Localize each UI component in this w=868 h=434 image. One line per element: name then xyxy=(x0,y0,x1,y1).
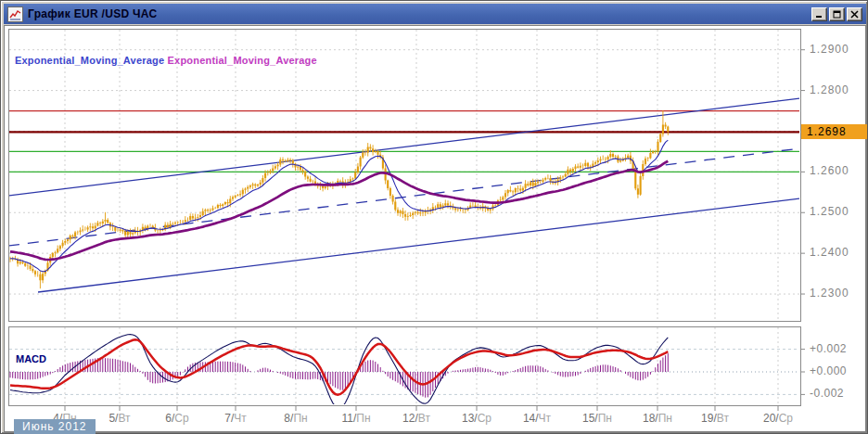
price-tick-label: 1.2800 xyxy=(810,83,849,96)
ema-legend-2: Exponential_Moving_Average xyxy=(168,55,317,66)
date-tick-label: 6/Ср xyxy=(165,412,188,425)
maximize-button[interactable] xyxy=(829,7,845,21)
date-tick-label: 13/Ср xyxy=(462,412,491,425)
date-tick-label: 18/Пн xyxy=(643,412,672,425)
maximize-icon xyxy=(833,10,841,19)
date-tick-label: 15/Пн xyxy=(582,412,612,425)
macd-value-axis: +0.002+0.000-0.002 xyxy=(804,326,867,412)
date-tick-label: 19/Вт xyxy=(701,412,729,425)
ema-legend-1: Exponential_Moving_Average xyxy=(15,55,164,66)
date-tick-label: 20/Ср xyxy=(763,412,793,425)
chart-app-icon-glyph xyxy=(9,8,21,20)
price-tick-label: 1.2300 xyxy=(810,287,849,300)
macd-tick-label: +0.000 xyxy=(810,364,847,377)
price-tick-label: 1.2400 xyxy=(810,246,849,259)
date-axis: 4/Пн5/Вт6/Ср7/Чт8/Пн11/Пн12/Вт13/Ср14/Чт… xyxy=(8,412,806,427)
macd-tick-label: -0.002 xyxy=(810,387,844,400)
channel-median xyxy=(8,148,800,246)
chart-app-icon xyxy=(7,6,23,22)
close-icon xyxy=(850,10,859,19)
main-price-chart[interactable] xyxy=(8,29,806,322)
price-axis: 1.29001.28001.26001.25001.24001.2300 xyxy=(804,29,867,322)
window-title: График EUR /USD ЧАС xyxy=(28,7,811,20)
ema-fast-line xyxy=(10,140,668,272)
minimize-icon xyxy=(815,10,823,19)
indicator-legend: Exponential_Moving_Average Exponential_M… xyxy=(15,55,317,66)
date-tick-label: 12/Вт xyxy=(402,412,430,425)
close-button[interactable] xyxy=(847,7,862,21)
chart-window: График EUR /USD ЧАС Exponential_Moving_A… xyxy=(0,0,868,434)
macd-tick-label: +0.002 xyxy=(810,342,847,355)
month-label: Июнь 2012 xyxy=(14,419,96,434)
date-tick-label: 5/Вт xyxy=(108,412,130,425)
macd-indicator-chart[interactable] xyxy=(8,326,806,412)
price-tick-label: 1.2600 xyxy=(810,164,849,177)
price-tick-label: 1.2900 xyxy=(810,43,849,56)
window-controls xyxy=(811,7,862,21)
macd-signal-line xyxy=(10,339,668,395)
main-gridlines xyxy=(9,30,799,320)
date-tick-label: 11/Пн xyxy=(341,412,370,425)
horizontal-level-lines xyxy=(9,111,799,172)
date-tick-label: 8/Пн xyxy=(284,412,307,425)
window-titlebar[interactable]: График EUR /USD ЧАС xyxy=(4,4,866,24)
macd-line xyxy=(10,335,668,408)
date-tick-label: 7/Чт xyxy=(224,412,247,425)
candlestick-series xyxy=(10,110,668,288)
date-tick-label: 14/Чт xyxy=(523,412,551,425)
macd-label: MACD xyxy=(16,353,46,364)
price-tick-label: 1.2500 xyxy=(810,205,849,218)
trend-channel-lines xyxy=(8,98,800,292)
minimize-button[interactable] xyxy=(811,7,827,21)
current-price-tag: 1.2698 xyxy=(801,124,867,139)
